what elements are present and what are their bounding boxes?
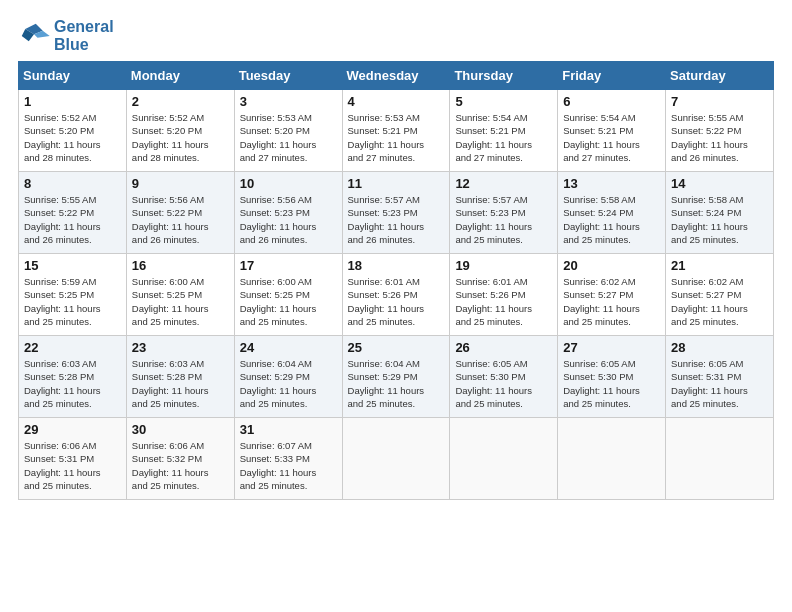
calendar-cell: 26Sunrise: 6:05 AM Sunset: 5:30 PM Dayli… [450, 336, 558, 418]
calendar-cell: 13Sunrise: 5:58 AM Sunset: 5:24 PM Dayli… [558, 172, 666, 254]
day-info: Sunrise: 6:03 AM Sunset: 5:28 PM Dayligh… [132, 357, 229, 410]
calendar-cell: 20Sunrise: 6:02 AM Sunset: 5:27 PM Dayli… [558, 254, 666, 336]
day-number: 27 [563, 340, 660, 355]
day-info: Sunrise: 6:05 AM Sunset: 5:30 PM Dayligh… [563, 357, 660, 410]
calendar-week-row: 22Sunrise: 6:03 AM Sunset: 5:28 PM Dayli… [19, 336, 774, 418]
day-number: 29 [24, 422, 121, 437]
day-number: 3 [240, 94, 337, 109]
logo: General Blue [18, 18, 114, 53]
day-info: Sunrise: 5:52 AM Sunset: 5:20 PM Dayligh… [132, 111, 229, 164]
day-info: Sunrise: 5:53 AM Sunset: 5:21 PM Dayligh… [348, 111, 445, 164]
day-number: 24 [240, 340, 337, 355]
calendar-cell: 18Sunrise: 6:01 AM Sunset: 5:26 PM Dayli… [342, 254, 450, 336]
day-number: 19 [455, 258, 552, 273]
calendar-cell: 7Sunrise: 5:55 AM Sunset: 5:22 PM Daylig… [666, 90, 774, 172]
day-number: 8 [24, 176, 121, 191]
day-info: Sunrise: 5:54 AM Sunset: 5:21 PM Dayligh… [455, 111, 552, 164]
day-number: 17 [240, 258, 337, 273]
day-info: Sunrise: 6:02 AM Sunset: 5:27 PM Dayligh… [671, 275, 768, 328]
day-number: 22 [24, 340, 121, 355]
day-number: 4 [348, 94, 445, 109]
calendar-cell: 10Sunrise: 5:56 AM Sunset: 5:23 PM Dayli… [234, 172, 342, 254]
day-number: 21 [671, 258, 768, 273]
calendar-cell: 31Sunrise: 6:07 AM Sunset: 5:33 PM Dayli… [234, 418, 342, 500]
day-number: 12 [455, 176, 552, 191]
day-info: Sunrise: 5:56 AM Sunset: 5:22 PM Dayligh… [132, 193, 229, 246]
weekday-header-row: SundayMondayTuesdayWednesdayThursdayFrid… [19, 62, 774, 90]
day-number: 18 [348, 258, 445, 273]
day-info: Sunrise: 6:06 AM Sunset: 5:31 PM Dayligh… [24, 439, 121, 492]
calendar-cell: 29Sunrise: 6:06 AM Sunset: 5:31 PM Dayli… [19, 418, 127, 500]
day-info: Sunrise: 5:58 AM Sunset: 5:24 PM Dayligh… [563, 193, 660, 246]
calendar-cell: 6Sunrise: 5:54 AM Sunset: 5:21 PM Daylig… [558, 90, 666, 172]
weekday-header-sunday: Sunday [19, 62, 127, 90]
day-info: Sunrise: 5:56 AM Sunset: 5:23 PM Dayligh… [240, 193, 337, 246]
day-number: 20 [563, 258, 660, 273]
calendar-cell [342, 418, 450, 500]
logo-icon [18, 22, 50, 50]
day-number: 10 [240, 176, 337, 191]
day-info: Sunrise: 6:04 AM Sunset: 5:29 PM Dayligh… [240, 357, 337, 410]
weekday-header-saturday: Saturday [666, 62, 774, 90]
day-info: Sunrise: 6:04 AM Sunset: 5:29 PM Dayligh… [348, 357, 445, 410]
calendar-week-row: 8Sunrise: 5:55 AM Sunset: 5:22 PM Daylig… [19, 172, 774, 254]
day-number: 25 [348, 340, 445, 355]
day-info: Sunrise: 5:53 AM Sunset: 5:20 PM Dayligh… [240, 111, 337, 164]
header: General Blue [18, 18, 774, 53]
calendar-table: SundayMondayTuesdayWednesdayThursdayFrid… [18, 61, 774, 500]
calendar-week-row: 1Sunrise: 5:52 AM Sunset: 5:20 PM Daylig… [19, 90, 774, 172]
calendar-cell: 22Sunrise: 6:03 AM Sunset: 5:28 PM Dayli… [19, 336, 127, 418]
calendar-cell: 17Sunrise: 6:00 AM Sunset: 5:25 PM Dayli… [234, 254, 342, 336]
day-number: 14 [671, 176, 768, 191]
day-info: Sunrise: 5:55 AM Sunset: 5:22 PM Dayligh… [671, 111, 768, 164]
calendar-cell: 11Sunrise: 5:57 AM Sunset: 5:23 PM Dayli… [342, 172, 450, 254]
day-info: Sunrise: 6:05 AM Sunset: 5:31 PM Dayligh… [671, 357, 768, 410]
calendar-cell: 2Sunrise: 5:52 AM Sunset: 5:20 PM Daylig… [126, 90, 234, 172]
calendar-cell: 4Sunrise: 5:53 AM Sunset: 5:21 PM Daylig… [342, 90, 450, 172]
day-info: Sunrise: 6:00 AM Sunset: 5:25 PM Dayligh… [240, 275, 337, 328]
day-number: 7 [671, 94, 768, 109]
calendar-cell [450, 418, 558, 500]
day-number: 5 [455, 94, 552, 109]
day-number: 31 [240, 422, 337, 437]
calendar-cell: 23Sunrise: 6:03 AM Sunset: 5:28 PM Dayli… [126, 336, 234, 418]
calendar-cell: 19Sunrise: 6:01 AM Sunset: 5:26 PM Dayli… [450, 254, 558, 336]
logo-text-blue: Blue [54, 36, 114, 54]
day-number: 13 [563, 176, 660, 191]
calendar-cell: 21Sunrise: 6:02 AM Sunset: 5:27 PM Dayli… [666, 254, 774, 336]
weekday-header-wednesday: Wednesday [342, 62, 450, 90]
weekday-header-tuesday: Tuesday [234, 62, 342, 90]
day-info: Sunrise: 6:00 AM Sunset: 5:25 PM Dayligh… [132, 275, 229, 328]
calendar-cell: 27Sunrise: 6:05 AM Sunset: 5:30 PM Dayli… [558, 336, 666, 418]
day-info: Sunrise: 6:06 AM Sunset: 5:32 PM Dayligh… [132, 439, 229, 492]
day-number: 1 [24, 94, 121, 109]
day-number: 16 [132, 258, 229, 273]
day-number: 11 [348, 176, 445, 191]
day-number: 6 [563, 94, 660, 109]
day-info: Sunrise: 6:01 AM Sunset: 5:26 PM Dayligh… [348, 275, 445, 328]
day-number: 28 [671, 340, 768, 355]
calendar-cell: 9Sunrise: 5:56 AM Sunset: 5:22 PM Daylig… [126, 172, 234, 254]
day-info: Sunrise: 5:55 AM Sunset: 5:22 PM Dayligh… [24, 193, 121, 246]
calendar-cell: 5Sunrise: 5:54 AM Sunset: 5:21 PM Daylig… [450, 90, 558, 172]
logo-text-general: General [54, 18, 114, 36]
day-info: Sunrise: 6:02 AM Sunset: 5:27 PM Dayligh… [563, 275, 660, 328]
calendar-week-row: 29Sunrise: 6:06 AM Sunset: 5:31 PM Dayli… [19, 418, 774, 500]
calendar-cell: 30Sunrise: 6:06 AM Sunset: 5:32 PM Dayli… [126, 418, 234, 500]
day-info: Sunrise: 5:59 AM Sunset: 5:25 PM Dayligh… [24, 275, 121, 328]
day-info: Sunrise: 6:05 AM Sunset: 5:30 PM Dayligh… [455, 357, 552, 410]
calendar-cell [558, 418, 666, 500]
day-info: Sunrise: 5:58 AM Sunset: 5:24 PM Dayligh… [671, 193, 768, 246]
day-info: Sunrise: 6:03 AM Sunset: 5:28 PM Dayligh… [24, 357, 121, 410]
day-number: 9 [132, 176, 229, 191]
day-number: 23 [132, 340, 229, 355]
calendar-cell: 24Sunrise: 6:04 AM Sunset: 5:29 PM Dayli… [234, 336, 342, 418]
day-info: Sunrise: 6:01 AM Sunset: 5:26 PM Dayligh… [455, 275, 552, 328]
calendar-week-row: 15Sunrise: 5:59 AM Sunset: 5:25 PM Dayli… [19, 254, 774, 336]
calendar-cell [666, 418, 774, 500]
page-container: General Blue SundayMondayTuesdayWednesda… [0, 0, 792, 510]
day-info: Sunrise: 5:54 AM Sunset: 5:21 PM Dayligh… [563, 111, 660, 164]
calendar-cell: 15Sunrise: 5:59 AM Sunset: 5:25 PM Dayli… [19, 254, 127, 336]
calendar-cell: 16Sunrise: 6:00 AM Sunset: 5:25 PM Dayli… [126, 254, 234, 336]
day-number: 30 [132, 422, 229, 437]
